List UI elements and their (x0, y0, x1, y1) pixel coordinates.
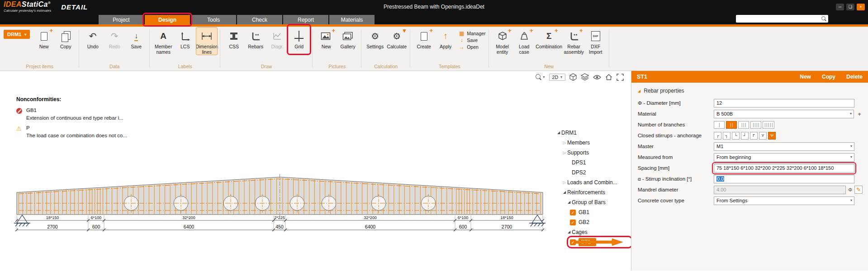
gallery-button[interactable]: Gallery (337, 28, 358, 49)
drawing-canvas[interactable]: 18*150 6*100 32*200 2*225 32*200 6*100 1… (0, 71, 631, 271)
expand-icon[interactable]: ◢ (562, 191, 567, 194)
concrete-cover-select[interactable]: From Settings▾ (714, 196, 854, 205)
checkbox-checked[interactable]: ✓ (570, 220, 576, 225)
model-entity-button[interactable]: + Model entity (492, 28, 513, 55)
dimension-lines-button[interactable]: Dimension lines (196, 28, 217, 55)
anchorage-option-1[interactable]: ┌ (714, 132, 721, 140)
branch-option-2-selected[interactable]: ││ (726, 121, 737, 129)
create-template-button[interactable]: + Create (413, 28, 434, 49)
anchorage-option-6[interactable]: Y (759, 132, 767, 140)
mandrel-diameter-input[interactable]: 4.00 (714, 186, 846, 194)
tree-item-members[interactable]: ▷Members (556, 138, 625, 148)
axonometry-cube-icon[interactable] (569, 73, 577, 81)
cop y-project-item-button[interactable]: Copy (55, 28, 76, 49)
zoom-fit-icon[interactable] (617, 74, 624, 81)
view-mode-select[interactable]: 2D▾ (549, 74, 565, 81)
branch-option-5[interactable]: │││││ (763, 121, 774, 129)
search-box[interactable] (736, 15, 828, 23)
tab-design[interactable]: Design (145, 15, 190, 24)
template-open-button[interactable]: →Open (459, 44, 485, 50)
new-project-item-button[interactable]: + New (33, 28, 54, 49)
copy-stirrup-button[interactable]: Copy (822, 74, 835, 80)
anchorage-option-3[interactable]: └ (732, 132, 740, 140)
anchorage-option-4[interactable]: ┘ (741, 132, 749, 140)
tree-item-loads-and-combinations[interactable]: ▷Loads and Combin... (556, 178, 625, 187)
tab-check[interactable]: Check (237, 15, 282, 24)
settings-button[interactable]: ⚙ Settings (365, 28, 385, 49)
rebars-button[interactable]: Rebars (245, 28, 266, 49)
visibility-eye-icon[interactable] (593, 74, 601, 80)
measured-from-select[interactable]: From beginning▾ (714, 153, 854, 162)
diagram-button[interactable]: Diagr. (267, 28, 288, 49)
tab-report[interactable]: Report (283, 15, 328, 24)
home-view-icon[interactable] (605, 74, 612, 80)
close-button[interactable]: × (857, 4, 865, 10)
diameter-input[interactable]: 12 (714, 99, 854, 107)
search-input[interactable] (738, 16, 821, 22)
save-button[interactable]: ↓ Save (126, 28, 147, 49)
zoom-tool[interactable]: ▾ (536, 74, 545, 80)
tree-item-gb2[interactable]: ✓GB2 (556, 217, 625, 227)
branch-option-3[interactable]: │││ (738, 121, 749, 129)
add-material-button[interactable]: + (856, 111, 863, 117)
dxf-import-button[interactable]: DXF DXF Import (585, 28, 606, 55)
section-rebar-properties[interactable]: ◢ Rebar properties (638, 88, 863, 94)
tree-item-dps2[interactable]: DPS2 (556, 168, 625, 178)
combination-button[interactable]: Σ+ Combination (536, 28, 563, 49)
new-picture-button[interactable]: + New (316, 28, 337, 49)
branch-option-4[interactable]: ││││ (750, 121, 761, 129)
nonconformity-item[interactable]: GB1 Extension of continuous end type reb… (16, 107, 127, 121)
new-stirrup-button[interactable]: New (800, 74, 811, 80)
anchorage-option-5[interactable]: Г (750, 132, 758, 140)
maximize-button[interactable]: ❏ (846, 4, 854, 10)
master-select[interactable]: M1▾ (714, 142, 854, 151)
delete-stirrup-button[interactable]: Delete (846, 74, 863, 80)
dxf-file-icon: DXF (588, 29, 603, 43)
template-manager-button[interactable]: ▦Manager (459, 31, 485, 36)
spacing-input[interactable]: 75 18*150 6*100 32*200 2*225 32*200 6*10… (714, 164, 854, 173)
tree-item-supports[interactable]: ▷Supports (556, 148, 625, 158)
anchorage-option-7-selected[interactable]: Ψ (768, 132, 776, 140)
tab-project[interactable]: Project (99, 15, 144, 24)
css-button[interactable]: CSS (223, 28, 244, 49)
load-case-button[interactable]: + Load case (514, 28, 535, 55)
collapse-icon[interactable]: ▷ (562, 141, 567, 145)
new-picture-icon: + (319, 29, 333, 43)
collapse-icon[interactable]: ▷ (562, 181, 567, 185)
tree-item-group-of-bars[interactable]: ◢Group of Bars (556, 197, 625, 207)
tree-item-st1[interactable]: ✓ ST1 (556, 237, 625, 247)
apply-template-button[interactable]: ↑ Apply (435, 28, 456, 49)
template-save-button[interactable]: ↓Save (459, 37, 485, 43)
diagram-icon (270, 29, 285, 43)
tree-item-gb1[interactable]: ✓GB1 (556, 207, 625, 217)
layers-icon[interactable] (581, 73, 589, 81)
branch-option-1[interactable]: │ (714, 121, 725, 129)
tree-item-reinforcements[interactable]: ◢Reinforcements (556, 187, 625, 197)
lcs-button[interactable]: LCS (175, 28, 195, 49)
calculate-button[interactable]: ⚙▾ Calculate (386, 28, 407, 49)
nonconformity-item[interactable]: ⚠ P The load case or combination does no… (16, 125, 127, 138)
number-of-branches-row: Number of branches │ ││ │││ ││││ │││││ (638, 119, 863, 130)
rebar-assembly-button[interactable]: + Rebar assembly (564, 28, 584, 55)
member-names-button[interactable]: A Member names (153, 28, 174, 55)
edit-pencil-button[interactable]: ✎ (854, 186, 863, 194)
grid-button[interactable]: Grid (289, 28, 309, 49)
tree-item-cages[interactable]: ◢Cages (556, 227, 625, 237)
tab-materials[interactable]: Materials (329, 15, 375, 24)
minimize-button[interactable]: ─ (836, 4, 844, 10)
expand-icon[interactable]: ◢ (566, 201, 572, 204)
checkbox-checked[interactable]: ✓ (570, 210, 576, 215)
expand-icon[interactable]: ◢ (556, 131, 561, 135)
checkbox-checked[interactable]: ✓ (570, 239, 576, 245)
active-project-item-dropdown[interactable]: DRM1 ▾ (4, 30, 30, 39)
redo-button[interactable]: ↷ Redo (104, 28, 125, 49)
expand-icon[interactable]: ◢ (566, 230, 572, 234)
tree-item-dps1[interactable]: DPS1 (556, 158, 625, 168)
anchorage-option-2[interactable]: ┐ (723, 132, 730, 140)
collapse-icon[interactable]: ▷ (562, 151, 567, 155)
material-select[interactable]: B 500B▾ (714, 110, 854, 118)
tab-tools[interactable]: Tools (191, 15, 236, 24)
tree-item-drm1[interactable]: ◢DRM1 (556, 128, 625, 138)
inclination-input[interactable]: 0.0 (714, 175, 854, 183)
undo-button[interactable]: ↶ Undo (82, 28, 103, 49)
